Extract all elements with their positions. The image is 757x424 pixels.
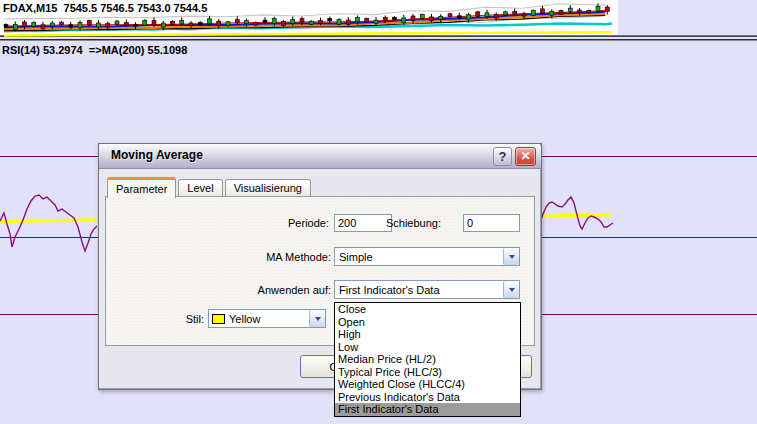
- dropdown-item[interactable]: First Indicator's Data: [335, 403, 520, 416]
- dialog-titlebar[interactable]: Moving Average ? ✕: [99, 144, 541, 169]
- dropdown-item[interactable]: Open: [335, 316, 520, 329]
- symbol-ohlc-text: FDAX,M15 7545.5 7546.5 7543.0 7544.5: [3, 2, 207, 14]
- tab-level[interactable]: Level: [178, 179, 222, 197]
- anwenden-auf-label: Anwenden auf:: [209, 283, 331, 297]
- moving-average-dialog: Moving Average ? ✕ Parameter Level Visua…: [98, 143, 542, 390]
- anwenden-auf-dropdown-list: Close Open High Low Median Price (HL/2) …: [334, 302, 521, 417]
- close-icon: ✕: [520, 149, 530, 163]
- rsi-indicator-text: RSI(14) 53.2974 =>MA(200) 55.1098: [2, 44, 187, 56]
- tab-visualisierung[interactable]: Visualisierung: [225, 179, 311, 197]
- chevron-down-icon[interactable]: [309, 310, 325, 327]
- dropdown-item[interactable]: Low: [335, 341, 520, 354]
- close-button[interactable]: ✕: [515, 147, 536, 166]
- schiebung-input[interactable]: [463, 214, 520, 232]
- stil-label: Stil:: [156, 312, 204, 326]
- ma-methode-combobox[interactable]: Simple: [334, 247, 520, 266]
- dialog-title: Moving Average: [111, 148, 203, 162]
- help-button[interactable]: ?: [493, 147, 512, 166]
- schiebung-label: Schiebung:: [361, 216, 441, 230]
- dropdown-item[interactable]: Weighted Close (HLCC/4): [335, 378, 520, 391]
- tab-strip: Parameter Level Visualisierung: [107, 176, 313, 197]
- stil-value: Yellow: [225, 313, 309, 325]
- dropdown-item[interactable]: Previous Indicator's Data: [335, 391, 520, 404]
- color-swatch: [212, 314, 225, 324]
- ma-methode-value: Simple: [335, 251, 503, 263]
- chevron-down-icon[interactable]: [503, 281, 519, 298]
- chevron-down-icon[interactable]: [503, 248, 519, 265]
- dropdown-item[interactable]: Median Price (HL/2): [335, 353, 520, 366]
- anwenden-auf-value: First Indicator's Data: [335, 284, 503, 296]
- dropdown-item[interactable]: Typical Price (HLC/3): [335, 366, 520, 379]
- stil-combobox[interactable]: Yellow: [208, 309, 326, 328]
- anwenden-auf-combobox[interactable]: First Indicator's Data: [334, 280, 520, 299]
- dropdown-item[interactable]: Close: [335, 303, 520, 316]
- ma-methode-label: MA Methode:: [219, 250, 331, 264]
- tab-parameter[interactable]: Parameter: [107, 177, 176, 198]
- periode-label: Periode:: [237, 216, 329, 230]
- dropdown-item[interactable]: High: [335, 328, 520, 341]
- help-icon: ?: [499, 149, 507, 164]
